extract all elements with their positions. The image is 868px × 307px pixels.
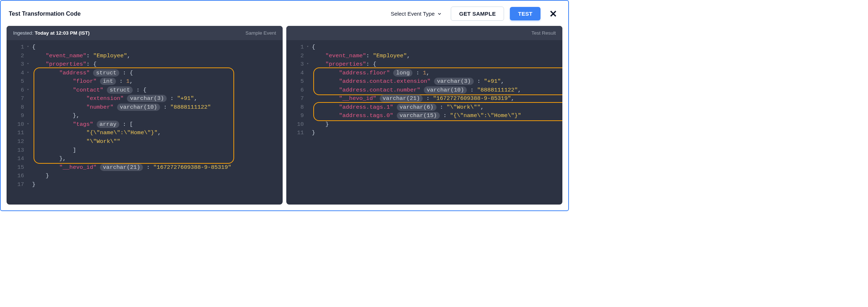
code-line: 3▾ "properties": { (7, 60, 283, 69)
sample-event-label: Sample Event (245, 30, 276, 36)
code-content: } (312, 129, 562, 137)
code-line: 12 "\"Work\"" (7, 137, 283, 146)
code-content: "address.contact.extension" varchar(3) :… (312, 77, 562, 86)
fold-icon (27, 172, 32, 180)
code-line: 1▾{ (7, 43, 283, 52)
ingested-label: Ingested: Today at 12:03 PM (IST) (13, 30, 90, 36)
code-content: { (32, 43, 283, 52)
code-line: 11} (286, 129, 562, 137)
line-number: 9 (7, 112, 27, 120)
code-line: 11 "{\"name\":\"Home\"}", (7, 129, 283, 137)
fold-icon (27, 137, 32, 146)
fold-icon[interactable]: ▾ (27, 60, 32, 69)
test-result-label: Test Result (531, 30, 556, 36)
code-line: 4 "address.floor" long : 1, (286, 69, 562, 78)
fold-icon (27, 103, 32, 112)
fold-icon (27, 146, 32, 155)
fold-icon[interactable]: ▾ (27, 86, 32, 95)
code-content: "address" struct : { (32, 69, 283, 78)
line-number: 7 (286, 94, 307, 103)
code-content: }, (32, 112, 283, 120)
line-number: 6 (286, 86, 307, 95)
code-content: "floor" int : 1, (32, 77, 283, 86)
fold-icon (307, 129, 312, 137)
code-line: 6▾ "contact" struct : { (7, 86, 283, 95)
dialog-title: Test Transformation Code (9, 11, 382, 17)
line-number: 2 (286, 52, 307, 61)
fold-icon (27, 155, 32, 163)
code-line: 17} (7, 180, 283, 189)
line-number: 3 (286, 60, 307, 69)
code-content: }, (32, 155, 283, 163)
code-content: "address.floor" long : 1, (312, 69, 562, 78)
line-number: 4 (286, 69, 307, 78)
line-number: 3 (7, 60, 27, 69)
fold-icon (307, 86, 312, 95)
code-line: 2 "event_name": "Employee", (286, 52, 562, 61)
fold-icon[interactable]: ▾ (27, 69, 32, 78)
fold-icon (27, 180, 32, 189)
code-line: 8 "number" varchar(10) : "8888111122" (7, 103, 283, 112)
code-line: 7 "extension" varchar(3) : "+91", (7, 94, 283, 103)
code-line: 5 "address.contact.extension" varchar(3)… (286, 77, 562, 86)
code-content: "\"Work\"" (32, 137, 283, 146)
code-content: { (312, 43, 562, 52)
sample-event-panel-header: Ingested: Today at 12:03 PM (IST) Sample… (7, 26, 283, 40)
code-line: 1▾{ (286, 43, 562, 52)
line-number: 15 (7, 163, 27, 172)
line-number: 1 (286, 43, 307, 52)
code-content: "number" varchar(10) : "8888111122" (32, 103, 283, 112)
code-content: } (32, 180, 283, 189)
fold-icon (27, 129, 32, 137)
line-number: 5 (286, 77, 307, 86)
fold-icon[interactable]: ▾ (27, 43, 32, 52)
fold-icon (307, 112, 312, 120)
chevron-down-icon (437, 11, 442, 16)
code-content: "__hevo_id" varchar(21) : "1672727609388… (312, 94, 562, 103)
code-line: 6 "address.contact.number" varchar(10) :… (286, 86, 562, 95)
line-number: 1 (7, 43, 27, 52)
line-number: 13 (7, 146, 27, 155)
get-sample-button[interactable]: GET SAMPLE (451, 7, 504, 21)
fold-icon (307, 94, 312, 103)
fold-icon (307, 120, 312, 129)
code-content: } (32, 172, 283, 180)
sample-event-code[interactable]: 1▾{2 "event_name": "Employee",3▾ "proper… (7, 40, 283, 194)
code-line: 5 "floor" int : 1, (7, 77, 283, 86)
code-line: 10▾ "tags" array : [ (7, 120, 283, 129)
code-content: "address.tags.0" varchar(15) : "{\"name\… (312, 112, 562, 120)
dialog-header: Test Transformation Code Select Event Ty… (1, 1, 567, 26)
code-line: 13 ] (7, 146, 283, 155)
fold-icon (27, 52, 32, 61)
test-button[interactable]: TEST (510, 7, 540, 20)
line-number: 2 (7, 52, 27, 61)
code-line: 9 "address.tags.0" varchar(15) : "{\"nam… (286, 112, 562, 120)
code-content: "properties": { (312, 60, 562, 69)
fold-icon (27, 112, 32, 120)
line-number: 12 (7, 137, 27, 146)
fold-icon[interactable]: ▾ (27, 120, 32, 129)
line-number: 10 (286, 120, 307, 129)
select-event-type-dropdown[interactable]: Select Event Type (388, 11, 445, 17)
code-content: "contact" struct : { (32, 86, 283, 95)
code-line: 4▾ "address" struct : { (7, 69, 283, 78)
fold-icon[interactable]: ▾ (307, 43, 312, 52)
code-line: 2 "event_name": "Employee", (7, 52, 283, 61)
code-line: 10 } (286, 120, 562, 129)
code-line: 15 "__hevo_id" varchar(21) : "1672727609… (7, 163, 283, 172)
code-content: "tags" array : [ (32, 120, 283, 129)
code-line: 14 }, (7, 155, 283, 163)
line-number: 11 (7, 129, 27, 137)
line-number: 8 (7, 103, 27, 112)
test-result-code[interactable]: 1▾{2 "event_name": "Employee",3▾ "proper… (286, 40, 562, 143)
line-number: 5 (7, 77, 27, 86)
test-result-panel: Test Result 1▾{2 "event_name": "Employee… (286, 26, 562, 205)
code-content: "event_name": "Employee", (312, 52, 562, 61)
code-content: "event_name": "Employee", (32, 52, 283, 61)
code-content: "{\"name\":\"Home\"}", (32, 129, 283, 137)
close-icon[interactable]: ✕ (546, 9, 560, 19)
fold-icon[interactable]: ▾ (307, 60, 312, 69)
fold-icon (27, 94, 32, 103)
line-number: 8 (286, 103, 307, 112)
panels-row: Ingested: Today at 12:03 PM (IST) Sample… (1, 26, 567, 210)
